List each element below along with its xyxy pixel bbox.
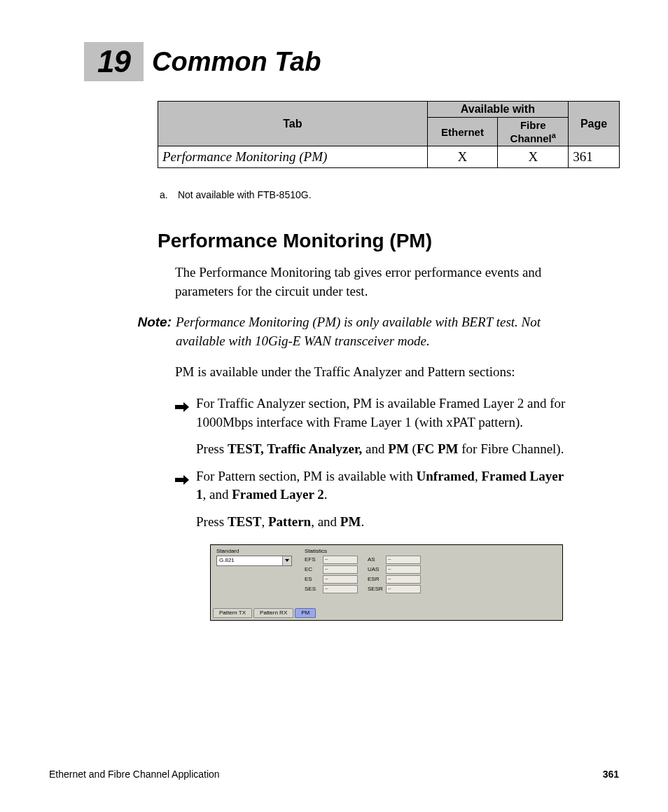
availability-line: PM is available under the Traffic Analyz… bbox=[175, 363, 570, 382]
page: 19 Common Tab Tab Available with Page Et… bbox=[0, 0, 668, 812]
stat-row: SESR-- bbox=[368, 585, 421, 593]
stat-row: ES-- bbox=[305, 575, 358, 584]
th-fibre-channel-footnote: a bbox=[552, 131, 556, 139]
stat-name: SES bbox=[305, 586, 323, 592]
bold-txt: Framed Layer 2 bbox=[232, 487, 324, 502]
chapter-title: Common Tab bbox=[152, 47, 321, 77]
txt: For Pattern section, PM is available wit… bbox=[196, 469, 417, 483]
txt: Press bbox=[196, 514, 228, 529]
chapter-heading: 19 Common Tab bbox=[84, 42, 619, 81]
statistics-panel: Statistics EFS-- EC-- ES-- SES-- AS-- UA… bbox=[303, 546, 561, 595]
stat-row: ESR-- bbox=[368, 575, 421, 584]
txt: . bbox=[361, 514, 364, 529]
txt: , and bbox=[203, 487, 232, 502]
cell-fibre-channel: X bbox=[498, 146, 569, 168]
stat-value: -- bbox=[323, 585, 358, 593]
txt: ( bbox=[409, 441, 417, 456]
bold-txt: TEST bbox=[228, 514, 262, 529]
txt: and bbox=[362, 441, 388, 456]
stat-row: EC-- bbox=[305, 565, 358, 574]
bullet-1-press: Press TEST, Traffic Analyzer, and PM (FC… bbox=[196, 440, 570, 459]
table-footnote: a. Not available with FTB-8510G. bbox=[160, 189, 619, 200]
bold-txt: TEST, Traffic Analyzer, bbox=[228, 441, 362, 456]
txt: for Fibre Channel). bbox=[459, 441, 564, 456]
stat-value: -- bbox=[386, 565, 421, 574]
standard-value: G.821 bbox=[217, 556, 282, 565]
stat-value: -- bbox=[386, 575, 421, 584]
note-body: Performance Monitoring (PM) is only avai… bbox=[176, 313, 570, 350]
stat-row: SES-- bbox=[305, 585, 358, 593]
stat-name: AS bbox=[368, 556, 386, 563]
bold-txt: FC PM bbox=[417, 441, 459, 456]
statistics-label: Statistics bbox=[305, 548, 558, 554]
stat-value: -- bbox=[323, 575, 358, 584]
stat-row: AS-- bbox=[368, 556, 421, 564]
stat-value: -- bbox=[323, 556, 358, 564]
bullet-list: For Traffic Analyzer section, PM is avai… bbox=[175, 394, 570, 532]
chapter-number: 19 bbox=[84, 42, 144, 81]
stat-name: EC bbox=[305, 566, 323, 572]
th-page: Page bbox=[569, 102, 620, 146]
stat-row: EFS-- bbox=[305, 556, 358, 564]
screenshot-tabs: Pattern TX Pattern RX PM bbox=[213, 608, 316, 618]
page-footer: Ethernet and Fibre Channel Application 3… bbox=[49, 769, 619, 780]
svg-marker-0 bbox=[175, 402, 189, 412]
pm-screenshot: Standard G.821 Statistics EFS-- EC-- ES-… bbox=[210, 544, 563, 621]
list-item: For Traffic Analyzer section, PM is avai… bbox=[175, 394, 570, 459]
stat-value: -- bbox=[386, 556, 421, 564]
footnote-text: Not available with FTB-8510G. bbox=[178, 189, 312, 200]
arrow-icon bbox=[175, 472, 189, 481]
stat-name: ES bbox=[305, 576, 323, 582]
stat-name: ESR bbox=[368, 576, 386, 582]
stats-col-left: EFS-- EC-- ES-- SES-- bbox=[305, 556, 358, 595]
list-item: For Pattern section, PM is available wit… bbox=[175, 467, 570, 532]
bold-txt: Pattern bbox=[268, 514, 311, 529]
stats-col-right: AS-- UAS-- ESR-- SESR-- bbox=[368, 556, 421, 595]
footer-left: Ethernet and Fibre Channel Application bbox=[49, 769, 220, 780]
statistics-grid: EFS-- EC-- ES-- SES-- AS-- UAS-- ESR-- S… bbox=[305, 556, 558, 595]
note-block: Note: Performance Monitoring (PM) is onl… bbox=[126, 313, 570, 350]
arrow-icon bbox=[175, 399, 189, 408]
bullet-2-main: For Pattern section, PM is available wit… bbox=[196, 469, 564, 502]
svg-marker-2 bbox=[285, 559, 289, 562]
footnote-label: a. bbox=[160, 189, 175, 200]
bold-txt: PM bbox=[340, 514, 361, 529]
txt: . bbox=[324, 487, 328, 502]
bold-txt: Unframed bbox=[417, 469, 475, 483]
tab-pattern-tx[interactable]: Pattern TX bbox=[213, 608, 252, 618]
availability-table: Tab Available with Page Ethernet Fibre C… bbox=[158, 101, 620, 168]
stat-value: -- bbox=[386, 585, 421, 593]
stat-name: EFS bbox=[305, 556, 323, 563]
footer-page-number: 361 bbox=[603, 769, 619, 780]
intro-paragraph: The Performance Monitoring tab gives err… bbox=[175, 263, 570, 301]
cell-page: 361 bbox=[569, 146, 620, 168]
section-heading: Performance Monitoring (PM) bbox=[158, 230, 619, 252]
th-tab: Tab bbox=[158, 102, 428, 146]
stat-row: UAS-- bbox=[368, 565, 421, 574]
standard-label: Standard bbox=[216, 548, 300, 554]
txt: , and bbox=[311, 514, 340, 529]
txt: , bbox=[261, 514, 268, 529]
svg-marker-1 bbox=[175, 475, 189, 485]
txt: Press bbox=[196, 441, 228, 456]
th-fibre-channel: Fibre Channela bbox=[498, 118, 569, 146]
tab-pm[interactable]: PM bbox=[295, 608, 316, 618]
th-ethernet: Ethernet bbox=[427, 118, 498, 146]
th-fibre-channel-label: Fibre Channel bbox=[510, 119, 552, 144]
cell-tab: Performance Monitoring (PM) bbox=[158, 146, 428, 168]
stat-name: UAS bbox=[368, 566, 386, 572]
standard-panel: Standard G.821 bbox=[212, 546, 303, 595]
stat-value: -- bbox=[323, 565, 358, 574]
chevron-down-icon[interactable] bbox=[282, 556, 291, 565]
cell-ethernet: X bbox=[427, 146, 498, 168]
bullet-2-press: Press TEST, Pattern, and PM. bbox=[196, 513, 570, 532]
tab-pattern-rx[interactable]: Pattern RX bbox=[253, 608, 293, 618]
standard-select[interactable]: G.821 bbox=[216, 556, 292, 566]
stat-name: SESR bbox=[368, 586, 386, 592]
note-label: Note: bbox=[126, 313, 176, 350]
bold-txt: PM bbox=[388, 441, 409, 456]
txt: , bbox=[475, 469, 482, 483]
bullet-1-main: For Traffic Analyzer section, PM is avai… bbox=[196, 396, 565, 429]
table-row: Performance Monitoring (PM) X X 361 bbox=[158, 146, 620, 168]
th-available-with: Available with bbox=[427, 102, 569, 118]
